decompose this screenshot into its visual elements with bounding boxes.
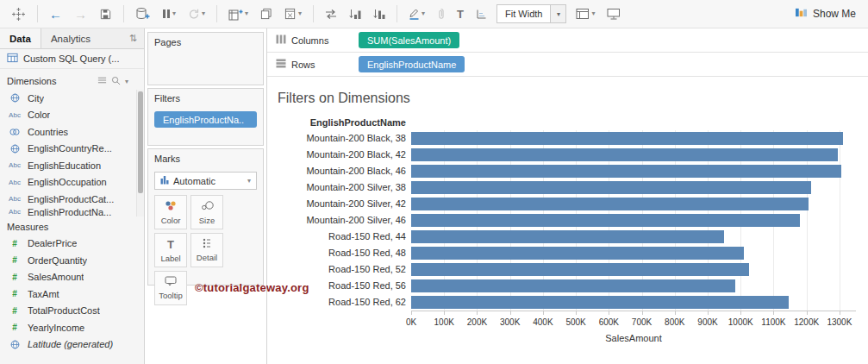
tab-data[interactable]: Data — [0, 28, 41, 48]
field-item[interactable]: AbcEnglishEducation — [0, 157, 144, 174]
columns-shelf[interactable]: Columns SUM(SalesAmount) — [267, 28, 868, 53]
search-icon[interactable] — [111, 76, 121, 87]
view-list-icon[interactable] — [97, 76, 107, 86]
label-button[interactable]: T Label — [154, 233, 187, 267]
bar[interactable] — [411, 296, 789, 309]
sort-ascending-button[interactable] — [347, 7, 364, 22]
number-icon: # — [6, 239, 23, 248]
category-label: Mountain-200 Black, 42 — [278, 147, 411, 163]
show-me-button[interactable]: Show Me — [791, 4, 859, 23]
presentation-mode-button[interactable] — [604, 6, 623, 22]
pause-updates-button[interactable]: ▾ — [159, 7, 178, 21]
group-members-button[interactable] — [434, 6, 447, 22]
mark-type-label: Automatic — [173, 176, 215, 186]
label-t-icon: T — [457, 9, 464, 20]
save-button[interactable] — [97, 6, 115, 22]
field-item[interactable]: #DealerPrice — [0, 235, 144, 253]
field-label: TotalProductCost — [28, 305, 100, 316]
category-label: Mountain-200 Silver, 42 — [278, 196, 411, 212]
chart-canvas: Filters on Dimensions EnglishProductName… — [267, 77, 868, 364]
field-label: DealerPrice — [28, 238, 77, 248]
fit-mode-label: Fit Width — [497, 5, 550, 22]
field-item[interactable]: Latitude (generated) — [0, 336, 144, 354]
chart-header: EnglishProductName — [278, 117, 863, 128]
detail-button[interactable]: Detail — [190, 233, 223, 267]
field-item[interactable]: AbcEnglishProductCat... — [0, 191, 144, 208]
filter-pill[interactable]: EnglishProductNa.. — [154, 111, 257, 128]
field-label: EnglishEducation — [28, 160, 101, 171]
duplicate-sheet-button[interactable] — [258, 6, 275, 22]
clear-sheet-button[interactable]: ▾ — [282, 6, 304, 22]
field-item[interactable]: #TaxAmt — [0, 286, 144, 303]
fit-selector[interactable]: Fit Width ▾ — [496, 4, 566, 23]
x-tick-label: 100K — [434, 317, 454, 327]
tooltip-button[interactable]: Tooltip — [154, 271, 187, 305]
new-worksheet-button[interactable]: ▾ — [226, 6, 251, 22]
bar[interactable] — [411, 132, 843, 145]
color-button[interactable]: Color — [154, 195, 187, 229]
field-item[interactable]: EnglishCountryRe... — [0, 141, 144, 158]
field-item[interactable]: City — [0, 90, 144, 107]
bar[interactable] — [411, 230, 724, 243]
fit-caret-button[interactable]: ▾ — [550, 5, 565, 22]
datasource-item[interactable]: Custom SQL Query (... — [0, 49, 144, 69]
number-icon: # — [6, 255, 23, 265]
field-item[interactable]: AbcEnglishProductNa... — [0, 208, 144, 217]
toolbar-separator — [123, 5, 124, 22]
tooltip-icon — [165, 276, 177, 288]
tableau-logo-icon[interactable] — [9, 5, 28, 23]
x-tick-label: 1300K — [827, 317, 852, 327]
toolbar-separator — [313, 5, 314, 22]
caret-down-icon: ▾ — [591, 10, 595, 17]
bar[interactable] — [411, 198, 809, 210]
fix-axes-button[interactable] — [473, 7, 490, 22]
tab-analytics[interactable]: Analytics — [41, 28, 100, 48]
x-tick-label: 600K — [599, 317, 619, 327]
bar[interactable] — [411, 148, 838, 161]
field-item[interactable]: AbcColor — [0, 107, 144, 124]
new-datasource-button[interactable] — [133, 5, 153, 22]
field-item[interactable]: #YearlyIncome — [0, 319, 144, 336]
field-item[interactable]: #TotalProductCost — [0, 303, 144, 320]
sort-descending-button[interactable] — [371, 7, 388, 22]
field-item[interactable]: AbcEnglishOccupation — [0, 174, 144, 191]
columns-pill[interactable]: SUM(SalesAmount) — [359, 32, 459, 48]
caret-down-icon[interactable]: ▾ — [125, 78, 128, 85]
bar[interactable] — [411, 165, 841, 178]
field-item[interactable]: #OrderQuantity — [0, 252, 144, 269]
undo-button[interactable]: ← — [47, 6, 65, 22]
x-tick-label: 700K — [632, 317, 652, 327]
x-tick-label: 1000K — [728, 317, 753, 327]
swap-rows-columns-button[interactable] — [322, 7, 340, 22]
abc-icon: Abc — [6, 179, 23, 186]
caret-down-icon: ▾ — [245, 10, 248, 17]
size-button[interactable]: Size — [190, 195, 223, 229]
filters-shelf[interactable]: Filters EnglishProductNa.. — [147, 88, 264, 146]
redo-button[interactable]: → — [72, 6, 90, 22]
pages-shelf[interactable]: Pages — [147, 32, 264, 85]
caret-down-icon: ▾ — [298, 10, 302, 17]
rows-shelf-label: Rows — [276, 59, 352, 70]
field-item[interactable]: #SalesAmount — [0, 269, 144, 286]
rows-shelf[interactable]: Rows EnglishProductName — [267, 53, 868, 77]
rows-pill[interactable]: EnglishProductName — [359, 56, 465, 72]
bar[interactable] — [411, 214, 800, 227]
scrollbar-thumb[interactable] — [138, 91, 143, 193]
bar[interactable] — [411, 247, 744, 260]
show-hide-cards-button[interactable]: ▾ — [573, 6, 597, 22]
dimensions-scrollbar[interactable] — [136, 90, 144, 217]
mark-type-dropdown[interactable]: Automatic ▾ — [154, 172, 257, 190]
number-icon: # — [6, 306, 23, 316]
marks-title: Marks — [148, 149, 263, 166]
sort-fields-icon[interactable]: ⇅ — [129, 33, 144, 44]
color-icon — [165, 200, 177, 213]
bar[interactable] — [411, 181, 811, 194]
highlight-button[interactable]: ▾ — [406, 6, 428, 22]
bar[interactable] — [411, 263, 749, 276]
field-item[interactable]: Countries — [0, 123, 144, 141]
bar[interactable] — [411, 279, 735, 292]
dimensions-header: Dimensions ▾ — [0, 72, 144, 90]
run-update-button[interactable]: ▾ — [185, 7, 208, 22]
show-mark-labels-button[interactable]: T — [454, 7, 466, 22]
detail-icon — [203, 238, 211, 250]
